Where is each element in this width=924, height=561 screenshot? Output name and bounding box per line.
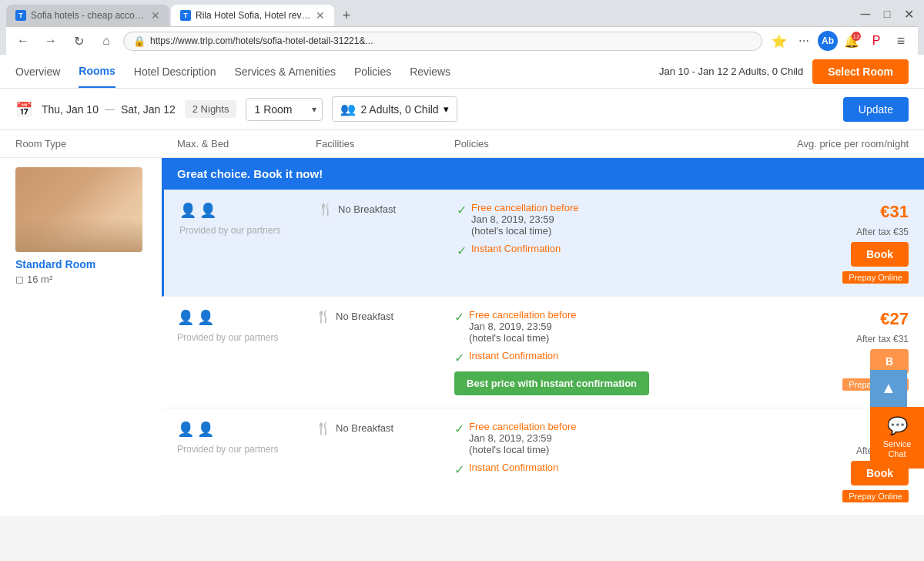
- offer2-meal: 🍴 No Breakfast: [316, 309, 454, 324]
- offers-column: Great choice. Book it now! 👤 👤 Provided …: [162, 158, 924, 516]
- tab-2-close[interactable]: ✕: [316, 9, 325, 22]
- bookmarks-button[interactable]: ⭐: [768, 30, 790, 52]
- offer1-guests-col: 👤 👤 Provided by our partners: [179, 202, 318, 236]
- offer3-confirmation: ✓ Instant Confirmation: [454, 462, 755, 477]
- minimize-button[interactable]: ─: [856, 5, 875, 23]
- nav-policies[interactable]: Policies: [354, 56, 391, 87]
- offer1-prepay-tag: Prepay Online: [842, 271, 909, 284]
- extension-button[interactable]: ⋯: [793, 30, 815, 52]
- offer1-cancellation-link[interactable]: Free cancellation before: [471, 202, 578, 213]
- offer2-best-price-badge: Best price with instant confirmation: [454, 371, 649, 395]
- check-out-date[interactable]: Sat, Jan 12: [121, 103, 176, 116]
- room-size: ◻ 16 m²: [15, 274, 146, 285]
- col-room-type: Room Type: [15, 138, 177, 149]
- guests-selector[interactable]: 👥 2 Adults, 0 Child ▾: [332, 96, 457, 122]
- offer2-price: €27: [880, 309, 909, 329]
- offer1-book-button[interactable]: Book: [851, 242, 909, 267]
- offer2-cancellation-link[interactable]: Free cancellation before: [469, 309, 576, 321]
- floating-buttons: ▲ 💬 Service Chat: [870, 370, 924, 469]
- nav-overview[interactable]: Overview: [15, 56, 60, 87]
- tab-1-label: Sofia hotels - cheap accommo...: [31, 10, 146, 21]
- offer1-guest-icon-2: 👤: [199, 202, 216, 219]
- offer2-best-price-badge-wrapper: Best price with instant confirmation: [454, 371, 755, 395]
- offer1-partner-text: Provided by our partners: [179, 225, 318, 236]
- tab-2-favicon: T: [180, 10, 191, 21]
- scroll-top-button[interactable]: ▲: [870, 370, 907, 407]
- service-chat-button[interactable]: 💬 Service Chat: [870, 407, 924, 469]
- back-button[interactable]: ←: [12, 30, 34, 52]
- room-select[interactable]: 1 Room 2 Rooms 3 Rooms: [246, 98, 323, 121]
- offer1-meal: 🍴 No Breakfast: [318, 202, 457, 217]
- close-button[interactable]: ✕: [899, 5, 918, 23]
- forward-button[interactable]: →: [40, 30, 62, 52]
- col-policies: Policies: [454, 138, 670, 149]
- offer2-guest-icon-2: 👤: [197, 309, 214, 326]
- nights-badge: 2 Nights: [185, 100, 237, 118]
- offer3-meal: 🍴 No Breakfast: [316, 421, 454, 435]
- offer1-guests-icons: 👤 👤: [179, 202, 318, 219]
- tab-2[interactable]: T Rila Hotel Sofia, Hotel reviews... ✕: [171, 5, 334, 26]
- notifications-button[interactable]: 🔔 12: [841, 30, 862, 52]
- browser-chrome: T Sofia hotels - cheap accommo... ✕ T Ri…: [0, 0, 924, 55]
- offer2-meal-label: No Breakfast: [336, 311, 393, 322]
- offer1-confirmation-link[interactable]: Instant Confirmation: [471, 243, 561, 254]
- guests-icon: 👥: [340, 102, 356, 116]
- address-bar-row: ← → ↻ ⌂ 🔒 https://www.trip.com/hotels/so…: [6, 26, 918, 55]
- site-nav-left: Overview Rooms Hotel Description Service…: [15, 55, 659, 88]
- menu-button[interactable]: ≡: [890, 30, 912, 52]
- maximize-button[interactable]: □: [878, 5, 896, 23]
- offer3-cancellation-link[interactable]: Free cancellation before: [469, 421, 576, 432]
- highlight-banner: Great choice. Book it now!: [162, 158, 924, 190]
- offer3-cancellation-note: (hotel's local time): [469, 444, 549, 455]
- table-header: Room Type Max. & Bed Facilities Policies…: [0, 130, 924, 158]
- offer1-cancellation-date: Jan 8, 2019, 23:59: [471, 213, 554, 225]
- offer3-confirmation-link[interactable]: Instant Confirmation: [469, 462, 558, 473]
- pinterest-button[interactable]: P: [865, 30, 887, 52]
- room-name-link[interactable]: Standard Room: [15, 258, 146, 270]
- refresh-button[interactable]: ↻: [68, 30, 89, 52]
- offer1-guest-icon-1: 👤: [179, 202, 196, 219]
- offer3-guests-col: 👤 👤 Provided by our partners: [177, 421, 316, 455]
- user-button[interactable]: Ab: [818, 31, 838, 51]
- offer2-cancellation-note: (hotel's local time): [469, 332, 549, 344]
- room-image: [15, 167, 142, 252]
- offer3-meal-label: No Breakfast: [336, 422, 393, 434]
- tab-1[interactable]: T Sofia hotels - cheap accommo... ✕: [6, 5, 169, 26]
- nav-hotel-description[interactable]: Hotel Description: [134, 56, 216, 87]
- room-image-column: Standard Room ◻ 16 m²: [0, 158, 162, 516]
- offer2-check-icon-2: ✓: [454, 351, 464, 365]
- date-summary: Jan 10 - Jan 12 2 Adults, 0 Child: [659, 66, 803, 77]
- nav-rooms[interactable]: Rooms: [79, 55, 115, 88]
- offer3-prepay-tag: Prepay Online: [842, 490, 909, 502]
- home-button[interactable]: ⌂: [95, 30, 117, 52]
- offer3-check-icon-1: ✓: [454, 422, 464, 436]
- offer2-check-icon-1: ✓: [454, 310, 464, 324]
- offer3-guests-icons: 👤 👤: [177, 421, 316, 438]
- date-dash: —: [105, 103, 115, 115]
- offer2-confirmation-link[interactable]: Instant Confirmation: [469, 350, 558, 361]
- picker-bar: 📅 Thu, Jan 10 — Sat, Jan 12 2 Nights 1 R…: [0, 89, 924, 130]
- offer2-meal-icon: 🍴: [316, 309, 331, 324]
- page: Overview Rooms Hotel Description Service…: [0, 55, 924, 516]
- date-field: Thu, Jan 10 — Sat, Jan 12: [42, 103, 176, 116]
- new-tab-button[interactable]: +: [336, 5, 357, 26]
- guests-chevron: ▾: [444, 103, 449, 115]
- nav-reviews[interactable]: Reviews: [410, 56, 450, 87]
- offer2-guest-icon-1: 👤: [177, 309, 194, 326]
- offer1-check-icon-2: ✓: [457, 244, 467, 258]
- address-bar[interactable]: 🔒 https://www.trip.com/hotels/sofia-hote…: [123, 32, 762, 51]
- browser-actions: ⭐ ⋯ Ab 🔔 12 P ≡: [768, 30, 912, 52]
- offer2-guests-col: 👤 👤 Provided by our partners: [177, 309, 316, 343]
- offer1-price-after: After tax €35: [856, 227, 909, 237]
- site-nav-right: Jan 10 - Jan 12 2 Adults, 0 Child Select…: [659, 59, 909, 84]
- nav-services-amenities[interactable]: Services & Amenities: [234, 56, 336, 87]
- update-button[interactable]: Update: [843, 97, 909, 122]
- offer3-check-icon-2: ✓: [454, 462, 464, 477]
- select-room-button[interactable]: Select Room: [812, 59, 909, 84]
- offer3-cancellation-date: Jan 8, 2019, 23:59: [469, 432, 552, 444]
- offer3-cancellation: ✓ Free cancellation before Jan 8, 2019, …: [454, 421, 755, 455]
- check-in-date[interactable]: Thu, Jan 10: [42, 103, 99, 116]
- offer2-cancellation: ✓ Free cancellation before Jan 8, 2019, …: [454, 309, 755, 344]
- room-section: Standard Room ◻ 16 m² Great choice. Book…: [0, 158, 924, 516]
- tab-1-close[interactable]: ✕: [151, 9, 160, 22]
